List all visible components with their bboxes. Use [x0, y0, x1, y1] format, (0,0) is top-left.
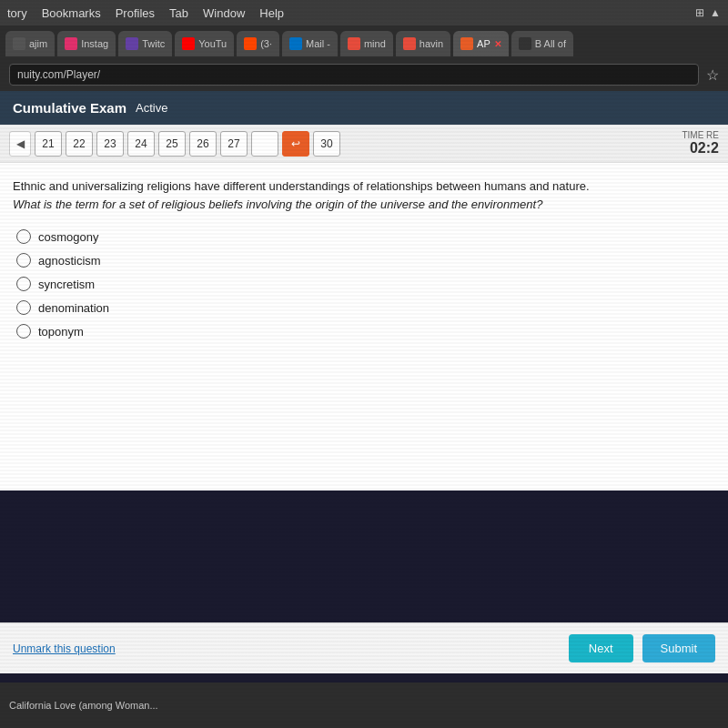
answer-label-a: cosmogony [38, 230, 98, 244]
exam-status: Active [136, 101, 167, 115]
tab-icon-ap [460, 37, 473, 50]
radio-b[interactable] [16, 253, 31, 268]
tab-bar: ajim Instag Twitc YouTu (3· Mail - mind [0, 25, 728, 58]
q-num-27[interactable]: 27 [220, 131, 248, 157]
exam-title: Cumulative Exam [13, 100, 126, 116]
menu-bookmarks[interactable]: Bookmarks [42, 6, 101, 20]
answer-option-d[interactable]: denomination [16, 300, 715, 315]
tab-close-ap[interactable]: ✕ [494, 39, 501, 49]
menu-bar: tory Bookmarks Profiles Tab Window Help … [0, 0, 728, 25]
question-text: Ethnic and universalizing religions have… [13, 177, 715, 213]
question-text-part2: What is the term for a set of religious … [13, 197, 542, 211]
answer-option-a[interactable]: cosmogony [16, 229, 715, 244]
tab-youtube[interactable]: YouTu [175, 31, 234, 56]
tab-allof[interactable]: B All of [511, 31, 573, 56]
q-num-21[interactable]: 21 [35, 131, 62, 157]
q-num-26[interactable]: 26 [189, 131, 217, 157]
tab-icon-youtube3 [244, 37, 257, 50]
menu-help[interactable]: Help [259, 6, 284, 20]
question-nav: ◀ 21 22 23 24 25 26 27 ↩ 30 TIME RE 02:2 [0, 125, 728, 163]
q-num-30[interactable]: 30 [313, 131, 340, 157]
time-value: 02:2 [682, 140, 719, 157]
tab-mind[interactable]: mind [340, 31, 393, 56]
q-num-25[interactable]: 25 [158, 131, 186, 157]
page-content: Cumulative Exam Active ◀ 21 22 23 24 25 … [0, 91, 728, 490]
menu-tory[interactable]: tory [7, 6, 27, 20]
time-label: TIME RE [682, 130, 719, 140]
menu-tab[interactable]: Tab [169, 6, 188, 20]
answer-option-b[interactable]: agnosticism [16, 253, 715, 268]
answer-options: cosmogony agnosticism syncretism denomin… [13, 229, 715, 339]
tab-instagram[interactable]: Instag [57, 31, 116, 56]
q-num-24[interactable]: 24 [127, 131, 155, 157]
browser-chrome: tory Bookmarks Profiles Tab Window Help … [0, 0, 728, 91]
bottom-bar: Unmark this question Next Submit [0, 622, 728, 673]
submit-button[interactable]: Submit [642, 634, 715, 662]
taskbar: California Love (among Woman... [0, 682, 728, 728]
radio-a[interactable] [16, 229, 31, 244]
action-buttons: Next Submit [569, 634, 715, 662]
unmark-link[interactable]: Unmark this question [13, 642, 116, 655]
tab-ajim[interactable]: ajim [5, 31, 55, 56]
answer-label-d: denomination [38, 301, 109, 315]
answer-label-c: syncretism [38, 278, 95, 291]
bookmark-star-icon[interactable]: ☆ [706, 66, 719, 84]
tab-icon-twitch [126, 37, 138, 50]
wifi-icon: ⊞ [695, 6, 704, 19]
answer-option-c[interactable]: syncretism [16, 277, 715, 291]
exam-header: Cumulative Exam Active [0, 91, 728, 125]
tab-icon-ajim [13, 37, 25, 50]
address-input[interactable] [9, 64, 699, 86]
back-arrow-icon: ↩ [291, 137, 300, 150]
menu-profiles[interactable]: Profiles [116, 6, 155, 20]
tab-ap[interactable]: AP ✕ [453, 31, 509, 56]
tab-icon-mail [289, 37, 302, 50]
signal-icon: ▲ [710, 6, 721, 19]
answer-label-b: agnosticism [38, 254, 101, 268]
answer-label-e: toponym [38, 325, 84, 339]
q-num-28[interactable] [251, 131, 278, 157]
tab-youtube3[interactable]: (3· [237, 31, 279, 56]
taskbar-text: California Love (among Woman... [9, 700, 158, 711]
radio-d[interactable] [16, 300, 31, 315]
address-bar: ☆ [0, 58, 728, 91]
nav-prev-button[interactable]: ◀ [9, 131, 31, 157]
tab-twitch[interactable]: Twitc [118, 31, 172, 56]
q-num-23[interactable]: 23 [96, 131, 124, 157]
time-display: TIME RE 02:2 [682, 130, 719, 157]
tab-icon-allof [519, 37, 531, 50]
radio-e[interactable] [16, 324, 31, 339]
next-button[interactable]: Next [569, 634, 633, 662]
tab-icon-having [403, 37, 416, 50]
answer-option-e[interactable]: toponym [16, 324, 715, 339]
question-text-part1: Ethnic and universalizing religions have… [13, 179, 590, 193]
tab-having[interactable]: havin [396, 31, 450, 56]
q-num-29[interactable]: ↩ [282, 131, 309, 157]
tab-icon-instagram [65, 37, 77, 50]
menu-window[interactable]: Window [203, 6, 245, 20]
tab-icon-youtube [182, 37, 195, 50]
question-area: Ethnic and universalizing religions have… [0, 163, 728, 490]
tab-mail[interactable]: Mail - [282, 31, 338, 56]
q-num-22[interactable]: 22 [66, 131, 93, 157]
tab-icon-mind [348, 37, 360, 50]
radio-c[interactable] [16, 277, 31, 291]
